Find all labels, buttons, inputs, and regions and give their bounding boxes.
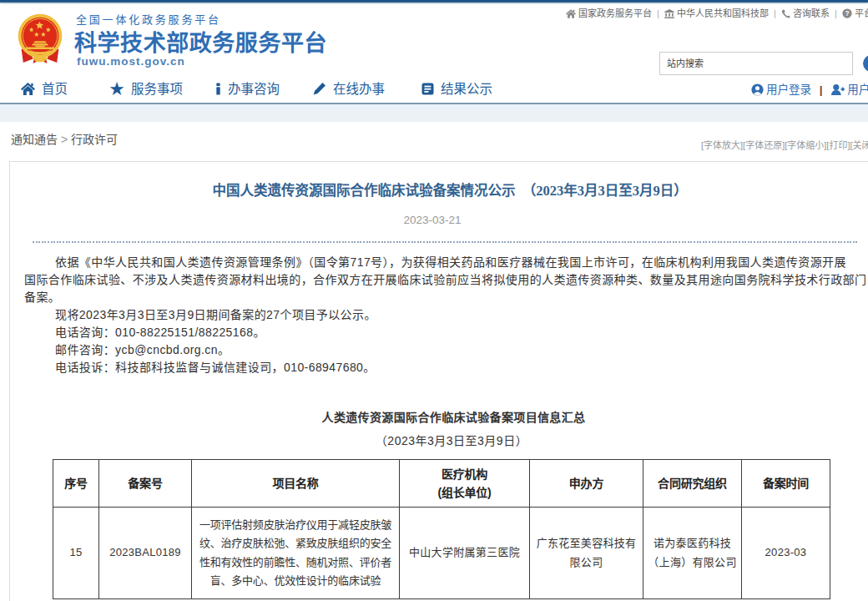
svg-text:?: ? bbox=[845, 10, 849, 18]
